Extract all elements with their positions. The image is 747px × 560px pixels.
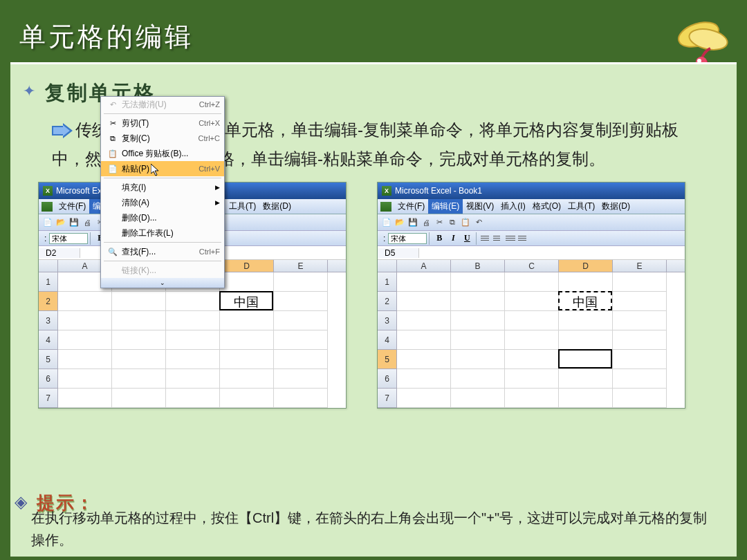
cell[interactable] bbox=[112, 350, 166, 369]
align-button-icon[interactable] bbox=[492, 233, 504, 244]
row-header[interactable]: 4 bbox=[378, 330, 397, 350]
menu-item[interactable]: 工具(T) bbox=[564, 199, 598, 214]
cell[interactable] bbox=[220, 330, 274, 350]
cell[interactable] bbox=[397, 272, 451, 292]
column-header[interactable]: A bbox=[397, 260, 451, 272]
menu-item[interactable]: 插入(I) bbox=[497, 199, 528, 214]
cell[interactable] bbox=[451, 311, 505, 330]
menu-expand-icon[interactable]: ⌄ bbox=[101, 278, 224, 288]
cell[interactable] bbox=[58, 311, 112, 330]
menu-dropdown-item[interactable]: 删除(D)... bbox=[101, 210, 224, 225]
menu-item[interactable]: 视图(V) bbox=[463, 199, 497, 214]
column-header[interactable]: D bbox=[559, 260, 613, 272]
cell[interactable] bbox=[451, 330, 505, 350]
cell[interactable] bbox=[397, 389, 451, 408]
cell[interactable] bbox=[58, 330, 112, 350]
menu-dropdown-item[interactable]: 🔍查找(F)...Ctrl+F bbox=[101, 244, 224, 259]
cell[interactable] bbox=[451, 272, 505, 292]
worksheet[interactable]: ABCDE1234567中国 bbox=[378, 260, 685, 408]
cell[interactable] bbox=[505, 389, 559, 408]
toolbar-button-icon[interactable]: ⧉ bbox=[446, 216, 459, 229]
cell[interactable] bbox=[397, 292, 451, 311]
column-header[interactable]: E bbox=[274, 260, 328, 272]
cell[interactable] bbox=[58, 389, 112, 408]
cell[interactable] bbox=[220, 369, 274, 389]
toolbar-button-icon[interactable]: 📋 bbox=[459, 216, 472, 229]
row-header[interactable]: 2 bbox=[378, 292, 397, 311]
row-header[interactable]: 3 bbox=[378, 311, 397, 330]
cell[interactable] bbox=[559, 330, 613, 350]
cell[interactable] bbox=[613, 389, 667, 408]
menu-item[interactable]: 工具(T) bbox=[225, 199, 259, 214]
cell[interactable] bbox=[166, 369, 220, 389]
cell[interactable] bbox=[112, 369, 166, 389]
cell[interactable] bbox=[112, 292, 166, 311]
toolbar-button-icon[interactable]: 🖨 bbox=[81, 216, 93, 229]
menu-dropdown-item[interactable]: 📋Office 剪贴板(B)... bbox=[101, 146, 224, 161]
toolbar-button-icon[interactable]: 💾 bbox=[68, 216, 80, 229]
cell[interactable] bbox=[451, 292, 505, 311]
cell[interactable] bbox=[166, 350, 220, 369]
column-header[interactable]: B bbox=[451, 260, 505, 272]
menu-dropdown-item[interactable]: 填充(I)▶ bbox=[101, 180, 224, 195]
cell[interactable] bbox=[451, 389, 505, 408]
cell[interactable] bbox=[166, 330, 220, 350]
cell[interactable] bbox=[451, 369, 505, 389]
cell[interactable] bbox=[166, 389, 220, 408]
cell[interactable] bbox=[613, 330, 667, 350]
cell[interactable] bbox=[220, 272, 274, 292]
cell[interactable] bbox=[613, 350, 667, 369]
cell[interactable] bbox=[505, 330, 559, 350]
cell[interactable] bbox=[505, 311, 559, 330]
cell[interactable] bbox=[505, 292, 559, 311]
toolbar-button-icon[interactable]: ↶ bbox=[472, 216, 485, 229]
row-header[interactable]: 7 bbox=[39, 389, 58, 408]
column-header[interactable]: C bbox=[505, 260, 559, 272]
row-header[interactable]: 5 bbox=[378, 350, 397, 369]
cell[interactable] bbox=[613, 369, 667, 389]
cell[interactable] bbox=[274, 311, 328, 330]
menu-item[interactable]: 文件(F) bbox=[55, 199, 89, 214]
font-selector[interactable]: 宋体 bbox=[388, 233, 427, 244]
cell[interactable] bbox=[613, 311, 667, 330]
cell[interactable] bbox=[505, 369, 559, 389]
toolbar-button-icon[interactable]: 🖨 bbox=[420, 216, 432, 229]
toolbar-button-icon[interactable]: 📂 bbox=[394, 216, 406, 229]
cell[interactable] bbox=[559, 389, 613, 408]
menu-dropdown-item[interactable]: ⧉复制(C)Ctrl+C bbox=[101, 131, 224, 146]
cell[interactable] bbox=[559, 311, 613, 330]
row-header[interactable]: 5 bbox=[39, 350, 58, 369]
row-header[interactable]: 6 bbox=[39, 369, 58, 389]
format-button[interactable]: B bbox=[432, 232, 446, 245]
toolbar-button-icon[interactable]: 📄 bbox=[380, 216, 393, 229]
cell[interactable] bbox=[274, 350, 328, 369]
cell[interactable] bbox=[274, 369, 328, 389]
align-button-icon[interactable] bbox=[479, 233, 492, 244]
cell[interactable] bbox=[220, 350, 274, 369]
cell[interactable] bbox=[274, 330, 328, 350]
menu-item[interactable]: 文件(F) bbox=[394, 199, 428, 214]
font-selector[interactable]: 宋体 bbox=[49, 233, 88, 244]
toolbar-button-icon[interactable]: 📂 bbox=[55, 216, 67, 229]
cell[interactable] bbox=[220, 389, 274, 408]
align-button-icon[interactable] bbox=[517, 233, 529, 244]
cell[interactable] bbox=[274, 292, 328, 311]
cell[interactable] bbox=[58, 292, 112, 311]
cell[interactable] bbox=[397, 369, 451, 389]
cell[interactable] bbox=[559, 272, 613, 292]
menu-dropdown-item[interactable]: 删除工作表(L) bbox=[101, 225, 224, 241]
cell[interactable] bbox=[112, 330, 166, 350]
name-box[interactable]: D2 bbox=[39, 248, 80, 258]
row-header[interactable]: 6 bbox=[378, 369, 397, 389]
format-button[interactable]: I bbox=[446, 232, 460, 245]
cell[interactable] bbox=[166, 292, 220, 311]
align-button-icon[interactable] bbox=[504, 233, 517, 244]
menu-item[interactable]: 格式(O) bbox=[529, 199, 564, 214]
row-header[interactable]: 3 bbox=[39, 311, 58, 330]
toolbar-button-icon[interactable]: 📄 bbox=[42, 216, 54, 229]
row-header[interactable]: 2 bbox=[39, 292, 58, 311]
row-header[interactable]: 4 bbox=[39, 330, 58, 350]
column-header[interactable]: E bbox=[613, 260, 667, 272]
cell[interactable] bbox=[505, 350, 559, 369]
cell[interactable] bbox=[559, 369, 613, 389]
